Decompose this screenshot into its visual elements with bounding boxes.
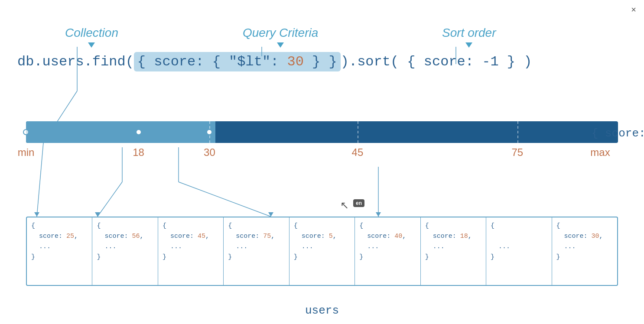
collection-arrow <box>88 42 95 48</box>
sort-order-label: Sort order <box>442 26 496 48</box>
doc-1: { score: 25, ... } <box>27 217 92 285</box>
sort-order-text: Sort order <box>442 26 496 40</box>
doc-8: { ... } <box>486 217 552 285</box>
code-highlight: { score: { "$lt": 30 } } <box>134 52 341 71</box>
index-area: { score: 1 } Index min 18 30 45 75 max <box>26 121 618 164</box>
collection-name-label: users <box>305 304 339 317</box>
dashed-line-75 <box>517 121 518 143</box>
doc-4: { score: 75, ... } <box>224 217 289 285</box>
documents-container: { score: 25, ... } { score: 56, ... } { … <box>26 217 618 286</box>
index-bar: { score: 1 } Index <box>26 121 618 143</box>
svg-marker-3 <box>34 212 39 217</box>
svg-marker-14 <box>376 212 381 217</box>
code-prefix: db.users.find( <box>17 54 134 70</box>
score-min: min <box>18 146 35 159</box>
query-criteria-arrow <box>277 42 284 48</box>
score-30: 30 <box>204 146 215 159</box>
index-bar-light <box>26 121 215 143</box>
score-45: 45 <box>352 146 364 159</box>
doc-3: { score: 45, ... } <box>158 217 224 285</box>
dot-30 <box>206 129 212 135</box>
doc-7: { score: 18, ... } <box>421 217 486 285</box>
query-criteria-label: Query Criteria <box>243 26 318 48</box>
index-label: { score: 1 } Index <box>592 125 644 140</box>
doc-6: { score: 40, ... } <box>355 217 420 285</box>
close-button[interactable]: × <box>631 5 636 14</box>
collection-label: Collection <box>65 26 118 48</box>
code-suffix: ).sort( { score: -1 } ) <box>341 54 532 70</box>
score-18: 18 <box>133 146 144 159</box>
query-criteria-text: Query Criteria <box>243 26 318 40</box>
doc-2: { score: 56, ... } <box>92 217 158 285</box>
cursor-icon: ↖ <box>340 199 349 211</box>
dashed-line-45 <box>358 121 358 143</box>
score-75: 75 <box>511 146 523 159</box>
svg-marker-6 <box>95 212 100 217</box>
score-labels: min 18 30 45 75 max <box>26 146 618 164</box>
code-line: db.users.find( { score: { "$lt": 30 } } … <box>17 52 627 71</box>
dot-18 <box>136 129 142 135</box>
svg-line-5 <box>98 182 122 217</box>
code-number: 30 <box>287 54 304 70</box>
dot-min <box>23 129 29 135</box>
sort-order-arrow <box>465 42 472 48</box>
svg-marker-9 <box>268 212 273 217</box>
collection-text: Collection <box>65 26 118 40</box>
score-max: max <box>590 146 610 159</box>
doc-9: { score: 30, ... } <box>552 217 617 285</box>
keyboard-icon: en <box>353 199 364 207</box>
svg-line-8 <box>179 182 271 217</box>
doc-5: { score: 5, ... } <box>289 217 355 285</box>
